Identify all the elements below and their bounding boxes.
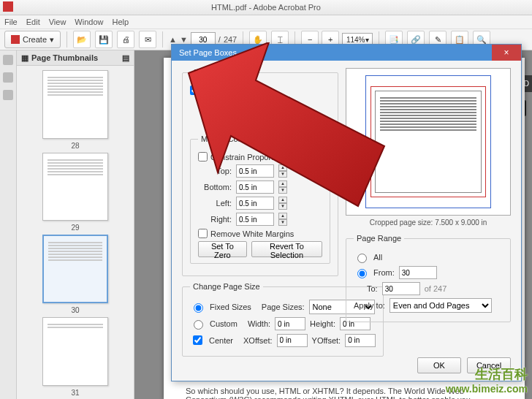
- cropped-size-note: Cropped page size: 7.500 x 9.000 in: [346, 218, 511, 227]
- width-input[interactable]: [275, 317, 305, 330]
- left-input[interactable]: [236, 197, 274, 210]
- create-icon: [11, 35, 20, 44]
- chevron-down-icon: ▾: [50, 35, 54, 45]
- remove-white-margins-checkbox[interactable]: [198, 229, 208, 238]
- thumb-page-number: 28: [71, 142, 79, 150]
- watermark-url: www.bimeiz.com: [446, 383, 528, 395]
- page-range-legend: Page Range: [354, 234, 404, 243]
- left-icon-rail: [0, 50, 17, 399]
- panel-options-icon[interactable]: ▤: [122, 53, 129, 63]
- left-spinner[interactable]: ▲▼: [278, 197, 287, 210]
- menu-view[interactable]: View: [49, 18, 66, 26]
- dialog-close-button[interactable]: ×: [492, 45, 521, 61]
- thumbnails-header: ▦Page Thumbnails ▤: [17, 50, 134, 66]
- menu-file[interactable]: File: [4, 18, 18, 26]
- page-thumbnail[interactable]: [42, 317, 108, 386]
- apply-to-select[interactable]: Even and Odd Pages: [390, 298, 492, 313]
- range-from-radio[interactable]: [357, 269, 367, 278]
- from-page-input[interactable]: [399, 266, 437, 279]
- window-titlebar: HTML.pdf - Adobe Acrobat Pro: [0, 0, 532, 15]
- of-total-label: of 247: [425, 284, 447, 293]
- thumb-page-number: 29: [71, 224, 79, 232]
- mail-icon[interactable]: ✉: [139, 31, 156, 48]
- dialog-titlebar[interactable]: Set Page Boxes ×: [172, 45, 521, 61]
- top-label: Top:: [198, 167, 232, 175]
- margin-controls-legend: Margin Controls: [198, 134, 261, 143]
- attachment-rail-icon[interactable]: [3, 90, 13, 100]
- units-label: Units:: [190, 118, 224, 127]
- menu-help[interactable]: Help: [112, 18, 129, 26]
- right-spinner[interactable]: ▲▼: [278, 213, 287, 226]
- height-label: Height:: [310, 319, 335, 328]
- ok-button[interactable]: OK: [417, 357, 461, 373]
- page-sizes-label: Page Sizes:: [262, 303, 305, 311]
- set-to-zero-button[interactable]: Set To Zero: [198, 241, 247, 257]
- fixed-sizes-radio[interactable]: [194, 303, 203, 313]
- yoffset-label: YOffset:: [312, 336, 341, 345]
- thumbnails-icon: ▦: [21, 53, 28, 63]
- show-all-boxes-checkbox[interactable]: [190, 86, 200, 95]
- units-select[interactable]: Inches: [228, 115, 286, 130]
- page-thumbnail-selected[interactable]: [42, 235, 108, 303]
- top-input[interactable]: [236, 164, 274, 178]
- width-label: Width:: [248, 319, 270, 328]
- constrain-label: Constrain Proportions: [210, 153, 288, 162]
- bottom-spinner[interactable]: ▲▼: [278, 180, 287, 194]
- to-page-input[interactable]: [382, 282, 420, 295]
- create-button[interactable]: Create ▾: [4, 31, 61, 48]
- right-label: Right:: [198, 215, 232, 224]
- left-label: Left:: [198, 199, 232, 208]
- thumb-page-number: 30: [71, 306, 79, 314]
- custom-size-radio[interactable]: [194, 320, 203, 330]
- range-all-label: All: [373, 253, 382, 262]
- crop-preview: [346, 68, 511, 216]
- xoffset-input[interactable]: [277, 334, 308, 347]
- center-checkbox[interactable]: [193, 335, 202, 345]
- constrain-proportions-checkbox[interactable]: [198, 152, 208, 162]
- window-title: HTML.pdf - Adobe Acrobat Pro: [211, 3, 321, 12]
- bottom-input[interactable]: [236, 180, 274, 194]
- cropbox-select[interactable]: CropBox: [200, 98, 259, 113]
- page-down-icon[interactable]: ▼: [180, 35, 188, 44]
- watermark-cn: 生活百科: [475, 365, 528, 383]
- page-up-icon[interactable]: ▲: [169, 35, 177, 44]
- center-label: Center: [209, 336, 233, 345]
- create-label: Create: [23, 35, 47, 44]
- custom-label: Custom: [210, 319, 238, 328]
- thumb-page-number: 31: [71, 389, 79, 397]
- menu-window[interactable]: Window: [75, 18, 103, 26]
- bottom-label: Bottom:: [198, 183, 232, 191]
- change-size-legend: Change Page Size: [190, 282, 263, 291]
- range-all-radio[interactable]: [357, 254, 367, 263]
- open-icon[interactable]: 📂: [73, 31, 91, 48]
- menu-bar: File Edit View Window Help: [0, 15, 532, 29]
- page-total: 247: [224, 35, 237, 44]
- crop-margins-group: Crop Margins Show All Boxes CropBox Unit…: [182, 68, 338, 276]
- thumbnails-panel: ▦Page Thumbnails ▤ 28 29 30 31: [17, 50, 134, 399]
- apply-to-label: Apply to:: [354, 301, 385, 310]
- page-sep: /: [218, 35, 221, 44]
- to-label: To:: [367, 284, 378, 293]
- page-thumbnail[interactable]: [42, 70, 108, 139]
- bookmark-rail-icon[interactable]: [3, 72, 13, 83]
- save-icon[interactable]: 💾: [95, 31, 113, 48]
- set-page-boxes-dialog: Set Page Boxes × Crop Margins Show All B…: [171, 44, 522, 381]
- remove-white-label: Remove White Margins: [210, 229, 294, 238]
- thumbnails-rail-icon[interactable]: [3, 55, 13, 65]
- xoffset-label: XOffset:: [243, 336, 273, 345]
- print-icon[interactable]: 🖨: [117, 31, 134, 48]
- crop-margins-legend: Crop Margins: [190, 68, 244, 77]
- top-spinner[interactable]: ▲▼: [278, 164, 287, 178]
- page-thumbnail[interactable]: [42, 153, 108, 221]
- app-icon: [3, 1, 13, 12]
- menu-edit[interactable]: Edit: [26, 18, 40, 26]
- right-input[interactable]: [236, 213, 274, 226]
- revert-to-selection-button[interactable]: Revert To Selection: [251, 241, 322, 257]
- page-range-group: Page Range All From: To:of 247 Apply to:…: [346, 234, 511, 322]
- fixed-sizes-label: Fixed Sizes: [210, 303, 251, 311]
- dialog-title-text: Set Page Boxes: [179, 48, 237, 57]
- margin-controls-group: Margin Controls Constrain Proportions To…: [190, 134, 330, 264]
- show-all-boxes-label: Show All Boxes: [202, 86, 258, 95]
- from-label: From:: [373, 268, 395, 277]
